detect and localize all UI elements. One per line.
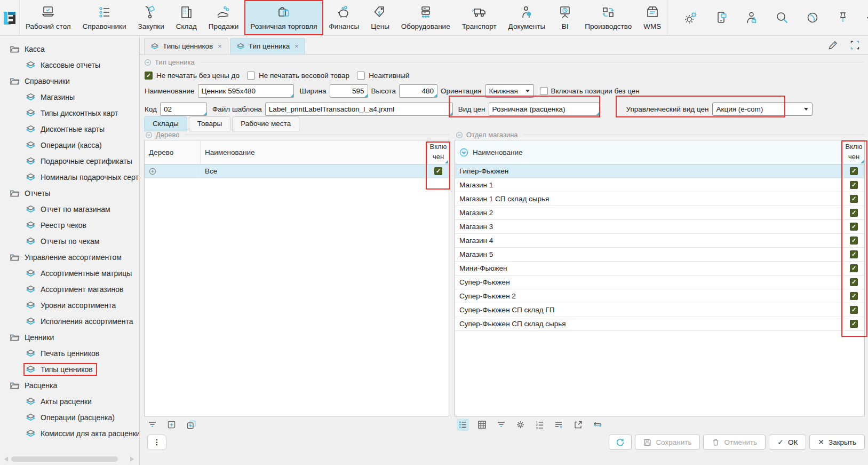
scroll-left-arrow[interactable]	[4, 456, 8, 462]
sidebar-item[interactable]: Печать ценников	[0, 345, 139, 361]
width-input[interactable]	[330, 84, 368, 98]
table-row[interactable]: Гипер-Фьюжен	[455, 164, 864, 178]
code-input[interactable]	[160, 103, 207, 116]
toolbar-item-retail[interactable]: Розничная торговля	[244, 0, 323, 35]
toolbar-item-desktop[interactable]: Рабочий стол	[20, 0, 77, 35]
no-print-weight-goods-checkbox[interactable]	[247, 72, 255, 80]
sidebar-item[interactable]: Управление ассортиментом	[0, 249, 139, 265]
more-actions-button[interactable]: ⋮	[147, 435, 166, 450]
toolbar-item-catalogs[interactable]: Справочники	[77, 0, 132, 35]
grid-view-icon[interactable]	[476, 419, 488, 431]
toolbar-item-documents[interactable]: Документы	[503, 0, 552, 35]
height-input[interactable]	[399, 84, 437, 98]
row-enabled-checkbox[interactable]	[850, 292, 858, 300]
ok-button[interactable]: ✓ ОК	[769, 435, 806, 450]
toolbar-item-sales[interactable]: Продажи	[203, 0, 244, 35]
sidebar-item[interactable]: Ценники	[0, 329, 139, 345]
table-row[interactable]: Супер-Фьюжен 2	[455, 289, 864, 303]
table-row[interactable]: Магазин 5	[455, 248, 864, 262]
subtab-workplaces[interactable]: Рабочие места	[232, 116, 299, 131]
row-enabled-checkbox[interactable]	[434, 167, 442, 175]
sidebar-item[interactable]: Типы ценников	[0, 361, 139, 377]
sidebar-item[interactable]: Магазины	[0, 89, 139, 105]
toolbar-item-equipment[interactable]: Оборудование	[395, 0, 456, 35]
sidebar-item[interactable]: Типы дисконтных карт	[0, 105, 139, 121]
mobile-chat-icon[interactable]	[714, 10, 729, 25]
expand-plus-icon[interactable]	[149, 168, 156, 175]
table-row[interactable]: Магазин 1	[455, 178, 864, 192]
sidebar-item[interactable]: Подарочные сертификаты	[0, 153, 139, 169]
orientation-select[interactable]: Книжная	[485, 84, 534, 98]
table-row[interactable]: Супер-Фьюжен	[455, 275, 864, 289]
filter-icon[interactable]	[146, 419, 158, 431]
subtab-warehouses[interactable]: Склады	[144, 116, 187, 131]
edit-pencil-icon[interactable]	[827, 40, 839, 51]
collapse-icon[interactable]	[144, 59, 152, 66]
row-enabled-checkbox[interactable]	[850, 250, 858, 258]
include-no-price-checkbox[interactable]	[540, 87, 548, 95]
cancel-button[interactable]: Отменить	[703, 435, 766, 450]
expand-all-icon[interactable]	[185, 419, 198, 431]
scroll-right-arrow[interactable]	[130, 456, 134, 462]
column-header-enabled[interactable]: Включен	[843, 140, 864, 164]
sidebar-item[interactable]: Акты расценки	[0, 393, 139, 409]
open-external-icon[interactable]	[572, 419, 584, 431]
filter-icon[interactable]	[495, 419, 507, 431]
close-button[interactable]: ✕ Закрыть	[809, 435, 865, 450]
refresh-button[interactable]	[609, 435, 632, 450]
search-icon[interactable]	[775, 10, 790, 25]
sidebar-item[interactable]: Уровни ассортимента	[0, 297, 139, 313]
collapse-icon[interactable]	[456, 131, 463, 139]
row-enabled-checkbox[interactable]	[850, 223, 858, 231]
tab-price-tag-types[interactable]: Типы ценников ×	[144, 38, 228, 54]
name-input[interactable]	[198, 84, 294, 98]
settings-gears-icon[interactable]	[683, 10, 698, 25]
sidebar-item[interactable]: Дисконтные карты	[0, 121, 139, 137]
column-header-name[interactable]: Наименование	[201, 140, 427, 164]
scrollbar-thumb[interactable]	[11, 456, 118, 462]
sidebar-item[interactable]: Операции (касса)	[0, 137, 139, 153]
toolbar-item-warehouse[interactable]: Склад	[170, 0, 203, 35]
toolbar-item-transport[interactable]: Транспорт	[456, 0, 503, 35]
table-row[interactable]: Супер-Фьюжен СП склад сырья	[455, 317, 864, 331]
row-enabled-checkbox[interactable]	[850, 320, 858, 328]
numbered-list-icon[interactable]: 123	[533, 419, 546, 431]
sidebar-item[interactable]: Ассортимент магазинов	[0, 281, 139, 297]
row-enabled-checkbox[interactable]	[850, 278, 858, 286]
row-enabled-checkbox[interactable]	[850, 237, 858, 245]
sidebar-item[interactable]: Расценка	[0, 377, 139, 393]
settings-icon[interactable]	[514, 419, 527, 431]
table-row[interactable]: Супер-Фьюжен СП склад ГП	[455, 303, 864, 317]
fullscreen-icon[interactable]	[849, 40, 861, 51]
user-lock-icon[interactable]	[744, 10, 759, 25]
sidebar-item[interactable]: Операции (расценка)	[0, 409, 139, 425]
sidebar-item[interactable]: Отчеты по чекам	[0, 233, 139, 249]
globe-icon[interactable]	[805, 10, 820, 25]
group-chevron-icon[interactable]	[459, 148, 468, 157]
toolbar-item-wms[interactable]: WMS	[638, 0, 667, 35]
table-row[interactable]: Мини-Фьюжен	[455, 262, 864, 275]
expand-node-icon[interactable]	[165, 419, 178, 431]
sidebar-item[interactable]: Кассовые отчеты	[0, 57, 139, 73]
price-kind-input[interactable]	[489, 103, 600, 116]
pin-icon[interactable]	[835, 10, 850, 25]
row-enabled-checkbox[interactable]	[850, 195, 858, 203]
add-list-icon[interactable]	[553, 419, 565, 431]
sidebar-item[interactable]: Отчеты	[0, 185, 139, 201]
sidebar-item[interactable]: Номиналы подарочных сертификатов	[0, 169, 139, 185]
toolbar-item-bi[interactable]: BI	[551, 0, 579, 35]
close-tab-icon[interactable]: ×	[218, 42, 222, 50]
sidebar-horizontal-scrollbar[interactable]	[4, 456, 134, 462]
close-tab-icon[interactable]: ×	[294, 42, 299, 50]
toolbar-item-finance[interactable]: Финансы	[323, 0, 365, 35]
sidebar-item[interactable]: Реестр чеков	[0, 217, 139, 233]
row-enabled-checkbox[interactable]	[850, 167, 858, 175]
table-row[interactable]: Магазин 4	[455, 234, 864, 248]
row-enabled-checkbox[interactable]	[850, 181, 858, 189]
column-header-tree[interactable]: Дерево	[145, 140, 201, 164]
toolbar-item-production[interactable]: Производство	[579, 0, 638, 35]
column-header-name[interactable]: Наименование	[455, 140, 843, 164]
table-row[interactable]: Магазин 3	[455, 220, 864, 234]
row-enabled-checkbox[interactable]	[850, 306, 858, 314]
reload-icon[interactable]	[591, 419, 604, 431]
